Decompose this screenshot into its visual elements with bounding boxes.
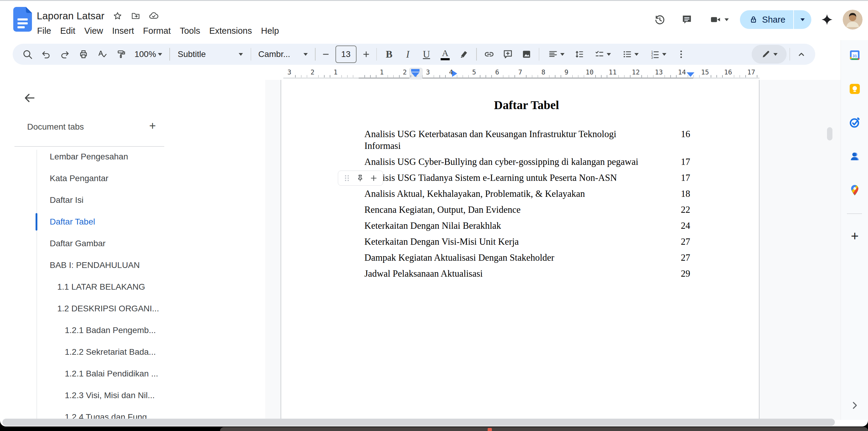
move-to-folder-icon[interactable] [130,11,141,21]
menu-file[interactable]: File [33,24,56,37]
menu-insert[interactable]: Insert [107,24,138,37]
sidebar-tab-item[interactable]: 1.2.3 Visi, Misi dan Nil... [0,384,265,406]
gemini-icon[interactable] [815,8,838,31]
print-icon[interactable] [74,45,93,63]
sidebar-tab-item[interactable]: 1.2.2 Sekretariat Bada... [0,341,265,363]
toc-entry[interactable]: Keterkaitan Dengan Nilai Berakhlak 24 [364,220,690,232]
toc-entry[interactable]: Keterkaitan Dengan Visi-Misi Unit Kerja … [364,236,690,247]
left-indent-marker[interactable] [411,72,420,77]
insert-image-icon[interactable] [517,45,536,63]
sidebar-tab-item[interactable]: 1.2.1 Badan Pengemb... [0,319,265,341]
spellcheck-icon[interactable] [93,45,112,63]
pin-icon[interactable] [356,174,364,182]
share-button-main[interactable]: Share [740,10,793,29]
sidebar-tab-item[interactable]: 1.2.4 Tugas dan Fung [0,406,265,420]
contacts-icon[interactable] [848,150,861,163]
toc-entry[interactable]: Rencana Kegiatan, Output, Dan Evidence 2… [364,204,690,216]
decrease-font-size-button[interactable] [318,45,333,63]
maps-icon[interactable] [848,184,861,197]
toc-entry-page: 29 [681,268,690,279]
ruler-tick [722,75,723,78]
menu-view[interactable]: View [80,24,107,37]
toc-entry[interactable]: Analisis USG Keterbatasan dan Keusangan … [364,128,690,152]
ruler[interactable]: 3211234567891011121314151617 [283,67,760,79]
sidebar-tab-item[interactable]: Kata Pengantar [0,167,265,189]
toc-entry[interactable]: Analisis USG Tiadanya Sistem e-Learning … [364,172,690,184]
font-select[interactable]: Cambr... [254,45,312,63]
sidebar-tab-item[interactable]: Lembar Pengesahan [0,146,265,167]
toc-entry-text: Dampak Kegiatan Aktualisasi Dengan Stake… [364,252,554,264]
sidebar-tab-item[interactable]: 1.2.1 Balai Pendidikan ... [0,363,265,384]
menu-extensions[interactable]: Extensions [205,24,256,37]
page[interactable]: Daftar Tabel Analisis USG Keterbatasan d… [281,80,760,420]
account-avatar[interactable] [843,10,863,30]
collapse-toolbar-icon[interactable] [793,45,810,63]
toc-entry[interactable]: Analisis USG Cyber-Bullying dan cyber-go… [364,156,690,167]
text-color-swatch [441,58,450,60]
redo-icon[interactable] [56,45,74,63]
menu-edit[interactable]: Edit [56,24,80,37]
back-icon[interactable] [21,89,38,107]
calendar-icon[interactable]: 31 [848,49,861,62]
highlight-color-icon[interactable] [455,45,473,63]
sidebar-tab-item[interactable]: 1.1 LATAR BELAKANG [0,276,265,298]
menu-help[interactable]: Help [256,24,284,37]
text-color-button[interactable]: A [436,45,455,63]
add-paragraph-icon[interactable] [370,174,378,182]
sidebar-tab-item[interactable]: Daftar Gambar [0,233,265,254]
star-icon[interactable] [113,11,123,21]
bold-button[interactable]: B [380,45,398,63]
font-size-input[interactable]: 13 [336,45,356,63]
toc-entry[interactable]: Analisis Aktual, Kekhalayakan, Problemat… [364,188,690,199]
ruler-tick [601,75,601,78]
numbered-list-select[interactable]: 123 [644,45,672,63]
more-options-icon[interactable] [672,45,690,63]
version-history-icon[interactable] [648,8,671,31]
menu-tools[interactable]: Tools [175,24,205,37]
share-button[interactable]: Share [740,10,811,29]
keep-icon[interactable] [848,82,861,96]
underline-button[interactable]: U [417,45,436,63]
comments-icon[interactable] [675,8,698,31]
drag-handle-icon[interactable] [343,174,351,182]
tasks-icon[interactable] [848,116,861,129]
bulleted-list-select[interactable] [616,45,644,63]
checklist-caret-icon [607,53,611,58]
paint-format-icon[interactable] [112,45,130,63]
add-comment-icon[interactable] [498,45,517,63]
ruler-number: 15 [701,68,709,76]
document-heading[interactable]: Daftar Tabel [359,98,694,112]
editing-mode-select[interactable] [752,45,786,64]
increase-font-size-button[interactable] [359,45,373,63]
document-title[interactable]: Laporan Latsar [37,10,104,22]
line-spacing-icon[interactable] [570,45,589,63]
sidebar-tab-item[interactable]: BAB I: PENDAHULUAN [0,254,265,276]
align-select[interactable] [542,45,570,63]
sidebar-tab-item[interactable]: Daftar Isi [0,189,265,211]
toc-entry[interactable]: Dampak Kegiatan Aktualisasi Dengan Stake… [364,252,690,264]
share-dropdown[interactable] [794,10,811,29]
ruler-tick [399,75,400,78]
paragraph-style-select[interactable]: Subtitle [173,45,248,63]
first-line-indent-marker[interactable] [411,69,420,72]
get-add-ons-icon[interactable]: + [848,229,861,243]
menu-format[interactable]: Format [138,24,176,37]
insert-link-icon[interactable] [480,45,498,63]
undo-icon[interactable] [37,45,56,63]
sidebar-tab-item[interactable]: 1.2 DESKRIPSI ORGANI... [0,298,265,319]
document-tabs-panel: Document tabs + Lembar PengesahanKata Pe… [0,80,265,420]
checklist-select[interactable] [589,45,616,63]
google-docs-logo[interactable] [13,7,32,32]
hide-side-panel-icon[interactable] [848,399,861,412]
cloud-saved-icon[interactable] [149,11,159,21]
document-scrollbar-thumb[interactable] [827,127,832,141]
add-tab-button[interactable]: + [144,117,161,134]
toc-entry[interactable]: Jadwal Pelaksanaan Aktualisasi 29 [364,268,690,279]
video-call-button[interactable] [703,8,736,31]
search-menus-icon[interactable] [18,45,37,63]
zoom-select[interactable]: 100% [130,45,166,63]
ruler-tick [503,75,504,78]
italic-button[interactable]: I [398,45,417,63]
sidebar-tab-item[interactable]: Daftar Tabel [0,211,265,233]
horizontal-scrollbar[interactable] [2,419,835,426]
